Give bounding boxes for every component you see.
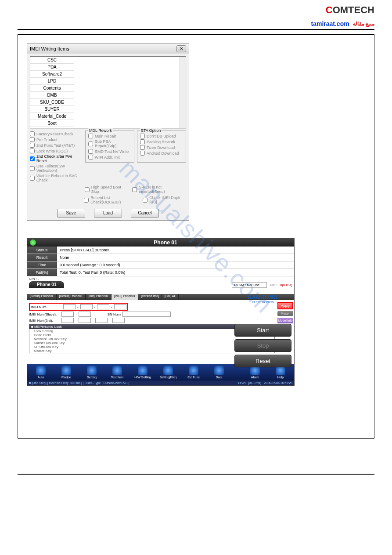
option-check[interactable] [30,137,35,142]
list-item[interactable]: Boot [30,120,74,127]
tool-button[interactable]: Setting(Etc.) [156,366,180,379]
list-item[interactable]: Material_Code [30,113,74,120]
option-check[interactable] [30,143,35,148]
tool-icon [138,366,147,375]
imei-3rd-1[interactable] [61,318,74,323]
sta-check[interactable] [140,151,145,156]
mdl-label: Sub PBA Repair(Grip) [95,139,131,148]
imei-3rd-3[interactable] [95,318,108,323]
info-label: Status [27,247,57,254]
imei-input-1[interactable] [63,304,76,309]
tool-button[interactable]: H/W Setting [131,366,155,379]
tool-label: Recipe [54,376,78,379]
tool-label: Etc Func [182,376,205,379]
list-item[interactable]: PDA [30,64,74,71]
start-button[interactable]: Start [234,324,291,337]
tool-button[interactable]: Alarm [243,366,267,379]
tool-label: Setting(Etc.) [156,376,180,379]
tool-label: Auto [29,376,53,379]
subtab[interactable]: [Version Info] [138,294,162,300]
option-label: Use Fulltest(SW Verification) [36,164,83,173]
stop-button[interactable]: Stop [234,339,291,352]
tool-button[interactable]: Setting [80,366,104,379]
load-button[interactable]: Load [94,209,122,218]
check-imei-dupli-check[interactable] [143,198,147,203]
option-check[interactable] [30,149,35,153]
phone-tool-window: Phone 01 StatusPress [START ALL] Button!… [27,238,295,386]
option-label: Pre Product [36,138,58,142]
tool-label: Test Item [105,376,129,379]
subtab[interactable]: [Result] Phone01 [57,294,86,300]
subtab[interactable]: [Status] Phone01 [27,294,57,300]
scrollbar[interactable] [180,57,186,128]
list-item[interactable]: SKU_CODE [30,99,74,106]
tamiraat-link[interactable]: tamiraat.com [311,20,349,27]
source-label: منبع مقاله [353,21,374,27]
imei-3rd-4[interactable] [112,318,125,323]
check-imei-dupli-label: Check IMEI Dupli [RB] [149,196,186,204]
items-listbox[interactable]: CSCPDASoftware2LPDContentsDMBSKU_CODEBUY… [30,56,186,129]
sta-check[interactable] [140,139,145,144]
mdl-check[interactable] [88,141,93,146]
uin-label: U/N : - [27,276,294,281]
sta-check[interactable] [140,145,145,150]
option-label: 2nd Func Test (AT&T) [36,143,75,148]
sn-input[interactable] [122,312,171,317]
f-value: 0(0.0%) [280,283,292,287]
list-item[interactable]: DMB [30,92,74,99]
option-check[interactable] [30,156,35,161]
reset-button[interactable]: Reset [234,355,291,367]
list-item[interactable]: CSC [30,57,74,64]
mdl-check[interactable] [88,134,93,138]
spen-not-inserted-label: S-PEN is not inserted(Seed) [139,185,186,194]
cancel-button[interactable]: Cancel [131,209,159,218]
tool-button[interactable]: Etc Func [182,366,205,379]
list-item[interactable]: Contents [30,85,74,92]
tool-button[interactable]: Recipe [54,366,78,379]
option-label: FactoryReset+Check [36,132,73,136]
close-button[interactable]: ✕ [176,45,186,52]
imei-input-2[interactable] [80,304,93,309]
tool-icon [87,366,97,375]
content-frame: IMEI Writing Items ✕ CSCPDASoftware2LPDC… [18,34,374,439]
sta-check[interactable] [140,134,145,138]
tool-icon [214,366,224,375]
imei-slave-2[interactable] [79,312,91,317]
info-label: Fail(%) [27,269,57,276]
option-check[interactable] [30,131,35,136]
tool-button[interactable]: Test Item [105,366,129,379]
tool-button[interactable]: Help [269,366,292,379]
list-item[interactable]: LPD [30,78,74,85]
tool-button[interactable]: Data [207,366,231,379]
mdl-rework-label: MDL Rework [88,128,113,133]
save-button[interactable]: Save [57,209,85,218]
info-value: Total Test: 0, Test Fail: 0 (Rate: 0.0%) [57,269,294,276]
imei-input-3[interactable] [97,304,109,309]
dialog-title: IMEI Writing Items [30,46,69,51]
subtab[interactable]: [Info] Phone01 [86,294,111,300]
tool-icon [61,366,71,375]
phone-tab[interactable]: Phone 01 [29,281,64,288]
tool-button[interactable]: Auto [29,366,53,379]
recent-list-check[interactable] [84,198,89,203]
rfsm-select[interactable]: RFSM : Not Use [232,282,267,288]
list-item[interactable]: Software2 [30,71,74,78]
imei-num-label: IMEI Num. [31,305,61,309]
option-check[interactable] [30,166,35,171]
imei-slave-1[interactable] [61,312,74,317]
high-speed-boot-skip-check[interactable] [85,187,90,192]
spen-not-inserted-check[interactable] [132,187,137,192]
option-check[interactable] [30,176,35,181]
list-item[interactable]: BUYER [30,106,74,113]
logo: COMTECH [326,4,374,16]
subtab[interactable]: [IMEI] Phone01 [111,294,138,300]
mdl-check[interactable] [88,155,93,160]
list-item[interactable]: Factory Software [30,127,74,128]
sta-label: Don't DB Upload [147,134,176,138]
subtab[interactable]: [Fail] All [162,294,179,300]
mdl-check[interactable] [88,149,93,154]
sta-label: Packing Rework [147,140,175,144]
imei-input-4[interactable] [114,304,126,309]
imei-3rd-2[interactable] [79,318,91,323]
phone-title: Phone 01 [40,239,291,246]
